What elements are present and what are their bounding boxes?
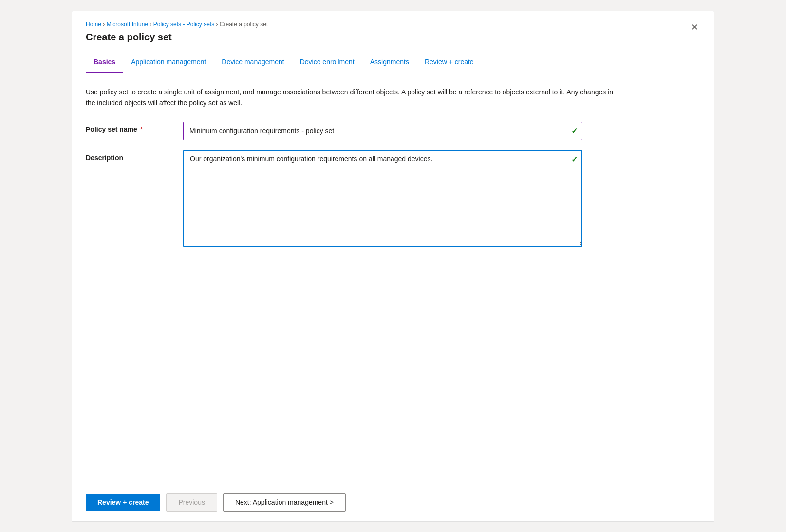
breadcrumb-intune[interactable]: Microsoft Intune: [107, 21, 148, 28]
panel-header: Home › Microsoft Intune › Policy sets - …: [72, 11, 714, 51]
close-button[interactable]: ✕: [689, 21, 700, 34]
policy-set-name-input[interactable]: [183, 122, 582, 140]
description-check-icon: ✓: [571, 155, 578, 164]
description-label: Description: [86, 150, 183, 162]
description-input[interactable]: Our organization's minimum configuration…: [183, 150, 582, 247]
tab-application-management[interactable]: Application management: [123, 51, 214, 73]
panel-content: Use policy set to create a single unit o…: [72, 73, 714, 483]
header-left: Home › Microsoft Intune › Policy sets - …: [86, 21, 268, 43]
breadcrumb-sep3: ›: [216, 21, 219, 28]
required-indicator: *: [138, 126, 143, 133]
intro-description: Use policy set to create a single unit o…: [86, 87, 621, 109]
page-title: Create a policy set: [86, 32, 268, 43]
tab-review-create[interactable]: Review + create: [417, 51, 482, 73]
panel-footer: Review + create Previous Next: Applicati…: [72, 483, 714, 521]
description-wrap: Our organization's minimum configuration…: [183, 150, 582, 249]
tab-device-management[interactable]: Device management: [214, 51, 292, 73]
breadcrumb-sep1: ›: [103, 21, 106, 28]
breadcrumb: Home › Microsoft Intune › Policy sets - …: [86, 21, 268, 28]
tab-device-enrollment[interactable]: Device enrollment: [292, 51, 362, 73]
policy-set-name-check-icon: ✓: [571, 127, 578, 136]
create-policy-set-panel: Home › Microsoft Intune › Policy sets - …: [72, 11, 714, 522]
review-create-button[interactable]: Review + create: [86, 494, 160, 511]
breadcrumb-sep2: ›: [150, 21, 153, 28]
tab-assignments[interactable]: Assignments: [362, 51, 417, 73]
policy-set-name-label: Policy set name *: [86, 122, 183, 133]
breadcrumb-policy-sets[interactable]: Policy sets - Policy sets: [153, 21, 214, 28]
description-group: Description Our organization's minimum c…: [86, 150, 700, 249]
next-button[interactable]: Next: Application management >: [223, 493, 346, 512]
tab-basics[interactable]: Basics: [86, 51, 123, 73]
previous-button: Previous: [166, 493, 217, 512]
policy-set-name-group: Policy set name * ✓: [86, 122, 700, 140]
tabs-container: Basics Application management Device man…: [72, 51, 714, 73]
breadcrumb-home[interactable]: Home: [86, 21, 101, 28]
breadcrumb-current: Create a policy set: [220, 21, 268, 28]
policy-set-name-wrap: ✓: [183, 122, 582, 140]
